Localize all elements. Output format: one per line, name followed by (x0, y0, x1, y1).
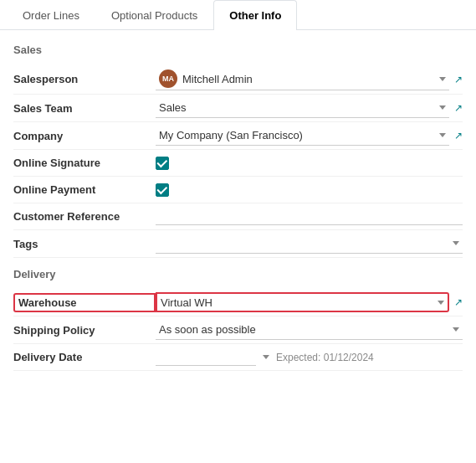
company-select[interactable]: My Company (San Francisco) (156, 126, 449, 146)
customer-reference-label: Customer Reference (13, 210, 156, 223)
online-payment-value (156, 183, 463, 197)
tags-value (156, 234, 463, 254)
salesperson-select[interactable]: MA Mitchell Admin (156, 68, 449, 90)
chevron-down-icon (439, 77, 446, 81)
shipping-policy-text: As soon as possible (159, 323, 449, 336)
salesperson-value: MA Mitchell Admin ↗ (156, 68, 463, 90)
online-payment-label: Online Payment (13, 183, 156, 196)
tags-field: Tags (13, 230, 463, 258)
warehouse-value: Virtual WH ↗ (156, 292, 463, 312)
chevron-down-icon (453, 327, 459, 332)
delivery-date-expected: Expected: 01/12/2024 (276, 352, 374, 363)
salesperson-label: Salesperson (13, 73, 156, 85)
tags-label: Tags (13, 238, 156, 250)
tab-order-lines[interactable]: Order Lines (7, 0, 95, 30)
online-payment-checkbox[interactable] (156, 183, 169, 197)
online-signature-value (156, 157, 463, 170)
tab-bar: Order Lines Optional Products Other Info (0, 0, 476, 30)
delivery-date-container: Expected: 01/12/2024 (156, 349, 463, 366)
warehouse-field: Warehouse Virtual WH ↗ (13, 289, 463, 316)
shipping-policy-field: Shipping Policy As soon as possible (13, 316, 463, 344)
chevron-down-icon (439, 133, 446, 137)
delivery-date-field: Delivery Date Expected: 01/12/2024 (13, 344, 463, 371)
tags-select[interactable] (156, 234, 463, 254)
online-signature-label: Online Signature (13, 157, 156, 169)
company-text: My Company (San Francisco) (159, 129, 436, 141)
customer-reference-field: Customer Reference (13, 203, 463, 230)
delivery-date-input[interactable] (156, 349, 256, 366)
customer-reference-value (156, 208, 463, 225)
salesperson-text: Mitchell Admin (182, 73, 436, 85)
chevron-down-icon (453, 241, 459, 245)
company-external-link[interactable]: ↗ (454, 130, 463, 141)
chevron-down-icon (263, 355, 269, 359)
tab-other-info[interactable]: Other Info (213, 0, 297, 30)
main-content: Sales Salesperson MA Mitchell Admin ↗ Sa… (0, 44, 476, 371)
company-label: Company (13, 130, 156, 142)
section-title-sales: Sales (13, 44, 463, 56)
sales-team-text: Sales (159, 101, 436, 114)
online-payment-field: Online Payment (13, 177, 463, 203)
shipping-policy-value: As soon as possible (156, 320, 463, 340)
delivery-date-value: Expected: 01/12/2024 (156, 349, 463, 366)
sales-team-label: Sales Team (13, 102, 156, 115)
company-field: Company My Company (San Francisco) ↗ (13, 122, 463, 150)
sales-team-value: Sales ↗ (156, 98, 463, 118)
chevron-down-icon (439, 105, 446, 110)
customer-reference-input[interactable] (156, 208, 463, 225)
chevron-down-icon (438, 301, 444, 305)
salesperson-external-link[interactable]: ↗ (454, 74, 463, 85)
company-value: My Company (San Francisco) ↗ (156, 126, 463, 146)
sales-team-field: Sales Team Sales ↗ (13, 95, 463, 122)
online-signature-field: Online Signature (13, 150, 463, 177)
avatar: MA (159, 69, 177, 88)
warehouse-external-link[interactable]: ↗ (454, 296, 463, 308)
tab-optional-products[interactable]: Optional Products (95, 0, 213, 30)
warehouse-text: Virtual WH (161, 296, 434, 309)
shipping-policy-label: Shipping Policy (13, 324, 156, 337)
warehouse-label: Warehouse (13, 293, 156, 312)
online-signature-checkbox[interactable] (156, 157, 169, 170)
delivery-date-label: Delivery Date (13, 351, 156, 363)
warehouse-select[interactable]: Virtual WH (156, 292, 449, 312)
section-title-delivery: Delivery (13, 268, 463, 280)
shipping-policy-select[interactable]: As soon as possible (156, 320, 463, 340)
sales-team-select[interactable]: Sales (156, 98, 449, 118)
salesperson-field: Salesperson MA Mitchell Admin ↗ (13, 64, 463, 95)
sales-team-external-link[interactable]: ↗ (454, 102, 463, 114)
